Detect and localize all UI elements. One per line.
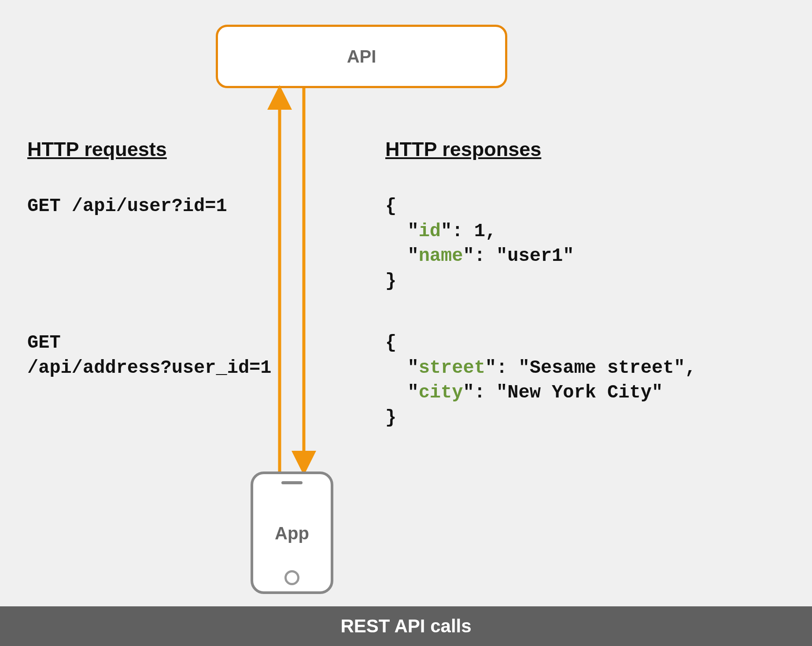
api-label: API xyxy=(347,47,376,67)
request-2-method: GET xyxy=(27,332,61,353)
phone-home-button-icon xyxy=(284,570,299,585)
phone-speaker-icon xyxy=(281,481,303,484)
json-key-street: street xyxy=(419,357,485,379)
json-key-id: id xyxy=(419,221,441,242)
json-key-name: name xyxy=(419,245,463,267)
response-2: { "street": "Sesame street", "city": "Ne… xyxy=(385,330,696,431)
http-requests-heading: HTTP requests xyxy=(27,138,167,161)
json-key-city: city xyxy=(419,382,463,403)
request-2: GET /api/address?user_id=1 xyxy=(27,330,272,380)
response-1: { "id": 1, "name": "user1" } xyxy=(385,194,574,294)
request-1: GET /api/user?id=1 xyxy=(27,194,227,219)
request-2-path: /api/address?user_id=1 xyxy=(27,357,272,379)
http-responses-heading: HTTP responses xyxy=(385,138,541,161)
app-label: App xyxy=(253,523,331,543)
arrows-svg xyxy=(0,0,812,646)
api-node: API xyxy=(216,25,507,88)
phone-node: App xyxy=(251,472,333,594)
footer-title: REST API calls xyxy=(0,606,812,646)
